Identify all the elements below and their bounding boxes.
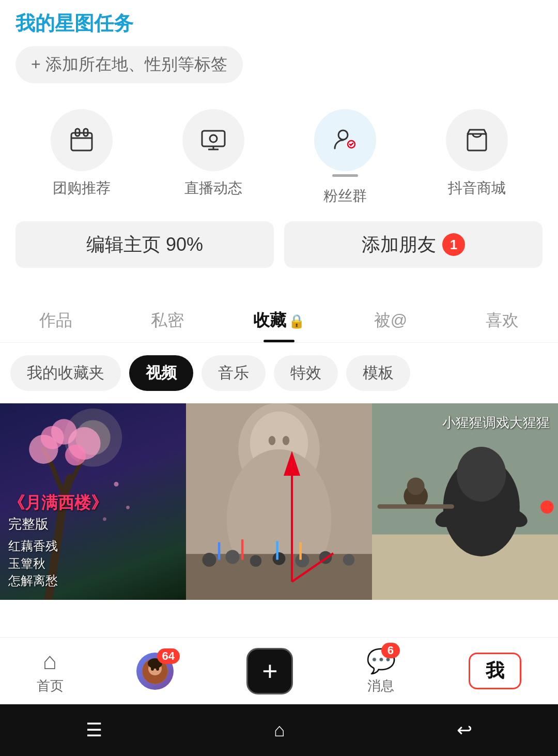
edit-homepage-button[interactable]: 编辑主页 90% — [16, 221, 274, 268]
filter-video[interactable]: 视频 — [129, 355, 193, 391]
filter-templates[interactable]: 模板 — [346, 355, 410, 391]
nav-messages-label: 消息 — [367, 677, 394, 695]
edit-homepage-label: 编辑主页 90% — [86, 232, 203, 258]
home-icon: ⌂ — [43, 647, 57, 675]
lock-icon: 🔒 — [288, 313, 305, 329]
video-3[interactable]: 小猩猩调戏大猩猩 — [372, 403, 558, 600]
svg-point-42 — [457, 447, 506, 502]
svg-point-29 — [226, 550, 240, 564]
icon-group-buy[interactable]: 团购推荐 — [51, 109, 113, 198]
svg-point-48 — [540, 501, 553, 513]
svg-rect-35 — [218, 542, 221, 560]
follow-avatar: 64 — [136, 653, 174, 690]
svg-rect-47 — [378, 504, 454, 508]
filter-my-favorites[interactable]: 我的收藏夹 — [10, 355, 121, 391]
svg-point-5 — [210, 135, 217, 142]
follow-badge: 64 — [157, 648, 180, 664]
svg-point-32 — [296, 553, 309, 567]
nav-me-box: 我 — [469, 653, 521, 689]
post-button[interactable]: + — [246, 648, 293, 694]
nav-messages[interactable]: 💬 消息 6 — [366, 647, 396, 695]
nav-post[interactable]: + — [246, 648, 293, 694]
messages-badge: 6 — [381, 643, 400, 658]
video-1-subtitle: 完整版 — [8, 515, 107, 533]
content-tabs: 作品 私密 收藏🔒 被@ 喜欢 — [0, 299, 558, 343]
icon-live-feed[interactable]: 直播动态 — [182, 109, 244, 198]
svg-point-18 — [114, 482, 119, 487]
fan-group-label: 粉丝群 — [323, 186, 367, 206]
icon-grid: 团购推荐 直播动态 — [16, 104, 542, 221]
group-buy-label: 团购推荐 — [53, 178, 111, 198]
video-2[interactable] — [186, 403, 372, 600]
add-friend-badge: 1 — [442, 233, 465, 256]
add-friend-button[interactable]: 添加朋友 1 — [284, 221, 542, 268]
nav-me-label: 我 — [486, 660, 504, 681]
video-grid: 《月满西楼》 完整版 红藕香残玉簟秋怎解离愁 — [0, 403, 558, 600]
system-nav: ☰ ⌂ ↩ — [0, 704, 558, 756]
mall-icon — [446, 109, 508, 171]
svg-rect-38 — [299, 542, 302, 560]
sys-back-button[interactable]: ↩ — [457, 719, 472, 741]
svg-point-31 — [273, 552, 286, 565]
icon-fan-group[interactable]: 粉丝群 — [314, 109, 376, 206]
icon-mall[interactable]: 抖音商城 — [446, 109, 508, 198]
video-1[interactable]: 《月满西楼》 完整版 红藕香残玉簟秋怎解离愁 — [0, 403, 186, 600]
video-1-body: 红藕香残玉簟秋怎解离愁 — [8, 537, 107, 589]
svg-point-26 — [283, 436, 290, 445]
sys-menu-button[interactable]: ☰ — [86, 719, 102, 741]
filter-tabs: 我的收藏夹 视频 音乐 特效 模板 — [0, 343, 558, 403]
svg-point-46 — [407, 477, 425, 495]
svg-point-19 — [126, 506, 130, 509]
svg-point-17 — [65, 445, 86, 466]
tab-favorites[interactable]: 收藏🔒 — [223, 299, 335, 342]
svg-point-8 — [338, 130, 348, 140]
svg-point-25 — [269, 436, 276, 445]
tab-liked[interactable]: 喜欢 — [446, 299, 558, 342]
svg-point-30 — [250, 555, 262, 567]
svg-point-28 — [203, 553, 216, 567]
add-tag-label: + 添加所在地、性别等标签 — [31, 53, 227, 76]
nav-home-label: 首页 — [37, 677, 64, 695]
video-1-overlay: 《月满西楼》 完整版 红藕香残玉簟秋怎解离愁 — [8, 491, 107, 589]
fan-group-indicator — [332, 174, 358, 177]
nav-home[interactable]: ⌂ 首页 — [37, 647, 64, 695]
mall-label: 抖音商城 — [448, 178, 506, 198]
add-friend-label: 添加朋友 — [362, 232, 436, 258]
action-buttons: 编辑主页 90% 添加朋友 1 — [16, 221, 542, 268]
nav-follow[interactable]: 64 — [136, 653, 174, 690]
video-1-title: 《月满西楼》 — [8, 491, 107, 515]
add-tag-button[interactable]: + 添加所在地、性别等标签 — [16, 46, 243, 83]
svg-point-34 — [343, 554, 355, 566]
plus-icon: + — [262, 658, 277, 685]
svg-rect-36 — [241, 539, 244, 560]
filter-effects[interactable]: 特效 — [274, 355, 338, 391]
svg-rect-4 — [202, 131, 225, 146]
main-content: 我的星图任务 + 添加所在地、性别等标签 团购推荐 — [0, 0, 558, 719]
top-section: 我的星图任务 + 添加所在地、性别等标签 团购推荐 — [0, 0, 558, 299]
tab-private[interactable]: 私密 — [112, 299, 223, 342]
group-buy-icon — [51, 109, 113, 171]
tab-mentioned[interactable]: 被@ — [335, 299, 446, 342]
fan-group-icon — [314, 109, 376, 171]
svg-rect-0 — [71, 133, 92, 150]
bottom-nav: ⌂ 首页 64 — [0, 637, 558, 704]
page-title: 我的星图任务 — [16, 0, 542, 46]
nav-me[interactable]: 我 — [469, 653, 521, 689]
sys-home-button[interactable]: ⌂ — [274, 719, 285, 741]
filter-music[interactable]: 音乐 — [202, 355, 266, 391]
svg-point-33 — [319, 551, 332, 564]
video-3-overlay: 小猩猩调戏大猩猩 — [442, 414, 550, 432]
live-feed-label: 直播动态 — [184, 178, 242, 198]
tab-works[interactable]: 作品 — [0, 299, 112, 342]
live-feed-icon — [182, 109, 244, 171]
svg-rect-37 — [276, 541, 278, 560]
